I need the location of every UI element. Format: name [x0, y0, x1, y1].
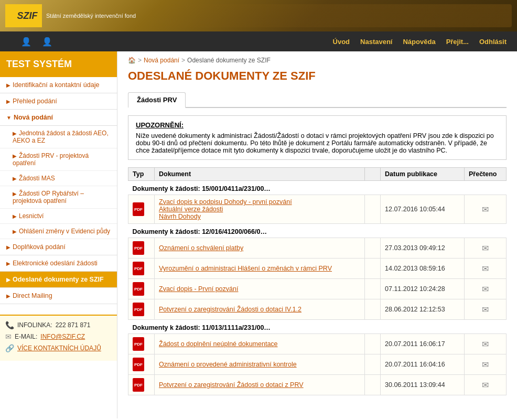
- doc-links-cell: Vyrozumění o administraci Hlášení o změn…: [155, 259, 365, 279]
- sidebar-item-lesnictvi[interactable]: ▶Lesnictví: [0, 209, 117, 224]
- doc-group-header: Dokumenty k žádosti: 12/016/41200/066/0…: [128, 224, 507, 238]
- col-datum: Datum publikace: [381, 168, 465, 181]
- doc-link[interactable]: Oznámení o provedené administrativní kon…: [159, 361, 297, 368]
- read-icon: ✉: [482, 264, 489, 273]
- warning-title: UPOZORNĚNÍ:: [136, 121, 499, 129]
- pdf-cell: PDF: [128, 334, 155, 354]
- doc-date: 28.06.2012 12:12:53: [381, 299, 465, 320]
- pdf-cell: PDF: [128, 195, 155, 224]
- sidebar-item-prehled[interactable]: ▶Přehled podání: [0, 93, 117, 110]
- read-icon: ✉: [482, 285, 489, 294]
- sidebar-item-direct-mailing[interactable]: ▶Direct Mailing: [0, 288, 117, 304]
- sidebar-item-zadosti-mas[interactable]: ▶Žádosti MAS: [0, 171, 117, 186]
- table-row: PDFŽádost o doplnění neúplné dokumentace…: [128, 334, 507, 354]
- sidebar-item-doplnkova[interactable]: ▶Doplňková podání: [0, 239, 117, 255]
- doc-date: 20.07.2011 16:06:17: [381, 334, 465, 354]
- nav-prejit[interactable]: Přejit...: [446, 38, 469, 46]
- breadcrumb: 🏠 > Nová podání > Odeslané dokumenty ze …: [128, 57, 507, 64]
- doc-date: 07.11.2012 10:24:28: [381, 279, 465, 299]
- nav-napoveda[interactable]: Nápověda: [403, 38, 435, 46]
- doc-link[interactable]: Zvací dopis - První pozvání: [159, 285, 238, 293]
- pdf-cell: PDF: [128, 279, 155, 299]
- col-dokument: Dokument: [155, 168, 365, 181]
- sidebar-item-odeslane[interactable]: ▶Odeslané dokumenty ze SZIF: [0, 272, 117, 288]
- read-icon: ✉: [482, 340, 489, 349]
- doc-group-header: Dokumenty k žádosti: 11/013/1111a/231/00…: [128, 320, 507, 334]
- table-row: PDFOznámení o schválení platby27.03.2013…: [128, 238, 507, 259]
- sidebar: TEST SYSTÉM ▶Identifikační a kontaktní ú…: [0, 51, 117, 418]
- doc-links-cell: Zvací dopis - První pozvání: [155, 279, 365, 299]
- nav-nastaveni[interactable]: Nastavení: [360, 38, 392, 46]
- user-icon-1[interactable]: 👤: [21, 37, 31, 47]
- read-cell: ✉: [465, 259, 507, 279]
- doc-link[interactable]: Aktuální verze žádosti: [159, 206, 223, 213]
- user-icon-2[interactable]: 👤: [42, 37, 52, 47]
- pdf-cell: PDF: [128, 354, 155, 375]
- tab-zadosti-prv[interactable]: Žádosti PRV: [128, 92, 186, 108]
- col-empty: [365, 168, 381, 181]
- doc-date: 14.02.2013 08:59:16: [381, 259, 465, 279]
- table-row: PDFVyrozumění o administraci Hlášení o z…: [128, 259, 507, 279]
- table-row: PDFPotvrzení o zaregistrování Žádosti o …: [128, 299, 507, 320]
- documents-table: Typ Dokument Datum publikace Přečteno Do…: [128, 167, 507, 395]
- email-link[interactable]: INFO@SZIF.CZ: [40, 333, 85, 340]
- logo-image: ☀ SZIF: [5, 4, 42, 27]
- main-layout: TEST SYSTÉM ▶Identifikační a kontaktní ú…: [0, 51, 517, 418]
- pdf-icon: PDF: [133, 202, 144, 216]
- doc-date: 27.03.2013 09:49:12: [381, 238, 465, 259]
- header-image: [146, 4, 512, 27]
- pdf-icon: PDF: [133, 303, 144, 316]
- read-icon: ✉: [482, 305, 489, 314]
- pdf-icon: PDF: [133, 358, 144, 371]
- tab-bar: Žádosti PRV: [128, 92, 507, 108]
- nav-odhlasit[interactable]: Odhlásit: [479, 38, 507, 46]
- doc-link[interactable]: Žádost o doplnění neúplné dokumentace: [159, 340, 278, 348]
- sidebar-sub-nova-podani: ▶Jednotná žádost a žádosti AEO, AEKO a E…: [0, 126, 117, 239]
- pdf-icon: PDF: [133, 262, 144, 275]
- sidebar-item-zadosti-prv[interactable]: ▶Žádosti PRV - projektová opatření: [0, 148, 117, 171]
- navbar-user-icons: 👤 👤: [10, 37, 52, 47]
- sidebar-email[interactable]: ✉ E-MAIL: INFO@SZIF.CZ: [5, 332, 112, 341]
- sidebar-item-nova-podani[interactable]: ▼Nová podání: [0, 110, 117, 126]
- read-cell: ✉: [465, 238, 507, 259]
- pdf-icon: PDF: [133, 282, 144, 296]
- col-typ: Typ: [128, 168, 155, 181]
- table-row: PDFOznámení o provedené administrativní …: [128, 354, 507, 375]
- pdf-cell: PDF: [128, 238, 155, 259]
- doc-links-cell: Potvrzení o zaregistrování Žádosti o dot…: [155, 375, 365, 395]
- doc-links-cell: Zvací dopis k podpisu Dohody - první poz…: [155, 195, 365, 224]
- sidebar-item-ohlaseni[interactable]: ▶Ohlášení změny v Evidenci půdy: [0, 224, 117, 239]
- doc-link[interactable]: Potvrzení o zaregistrování Žádosti o dot…: [159, 381, 304, 389]
- table-row: PDFZvací dopis k podpisu Dohody - první …: [128, 195, 507, 224]
- pdf-cell: PDF: [128, 375, 155, 395]
- col-precteno: Přečteno: [465, 168, 507, 181]
- email-icon: ✉: [5, 332, 12, 341]
- pdf-icon: PDF: [133, 378, 144, 392]
- doc-date: 12.07.2016 10:05:44: [381, 195, 465, 224]
- doc-link[interactable]: Potvrzení o zaregistrování Žádosti o dot…: [159, 306, 301, 313]
- read-icon: ✉: [482, 205, 489, 214]
- doc-link[interactable]: Vyrozumění o administraci Hlášení o změn…: [159, 265, 332, 272]
- read-cell: ✉: [465, 334, 507, 354]
- doc-links-cell: Potvrzení o zaregistrování Žádosti o dot…: [155, 299, 365, 320]
- sidebar-item-zadosti-op[interactable]: ▶Žádosti OP Rybářství – projektová opatř…: [0, 186, 117, 209]
- main-content: 🏠 > Nová podání > Odeslané dokumenty ze …: [117, 51, 517, 418]
- link-icon: 🔗: [5, 344, 14, 352]
- doc-link[interactable]: Zvací dopis k podpisu Dohody - první poz…: [159, 198, 292, 206]
- nav-uvod[interactable]: Úvod: [333, 38, 350, 46]
- doc-group-header: Dokumenty k žádosti: 15/001/0411a/231/00…: [128, 181, 507, 195]
- warning-box: UPOZORNĚNÍ: Níže uvedené dokumenty k adm…: [128, 115, 507, 160]
- doc-link[interactable]: Návrh Dohody: [159, 213, 201, 220]
- doc-date: 20.07.2011 16:04:16: [381, 354, 465, 375]
- sidebar-item-jednotna[interactable]: ▶Jednotná žádost a žádosti AEO, AEKO a E…: [0, 126, 117, 148]
- read-cell: ✉: [465, 375, 507, 395]
- more-contacts-link[interactable]: VÍCE KONTAKTNÍCH ÚDAJŮ: [17, 344, 101, 352]
- sidebar-more-contacts[interactable]: 🔗 VÍCE KONTAKTNÍCH ÚDAJŮ: [5, 344, 112, 352]
- breadcrumb-nova-podani[interactable]: Nová podání: [144, 57, 179, 64]
- breadcrumb-current: Odeslané dokumenty ze SZIF: [187, 57, 271, 64]
- sidebar-item-identifikacni[interactable]: ▶Identifikační a kontaktní údaje: [0, 77, 117, 93]
- home-icon[interactable]: 🏠: [128, 57, 136, 64]
- sidebar-item-elektronicke[interactable]: ▶Elektronické odeslání žádosti: [0, 255, 117, 272]
- doc-link[interactable]: Oznámení o schválení platby: [159, 244, 243, 252]
- navbar: 👤 👤 Úvod Nastavení Nápověda Přejit... Od…: [0, 31, 517, 51]
